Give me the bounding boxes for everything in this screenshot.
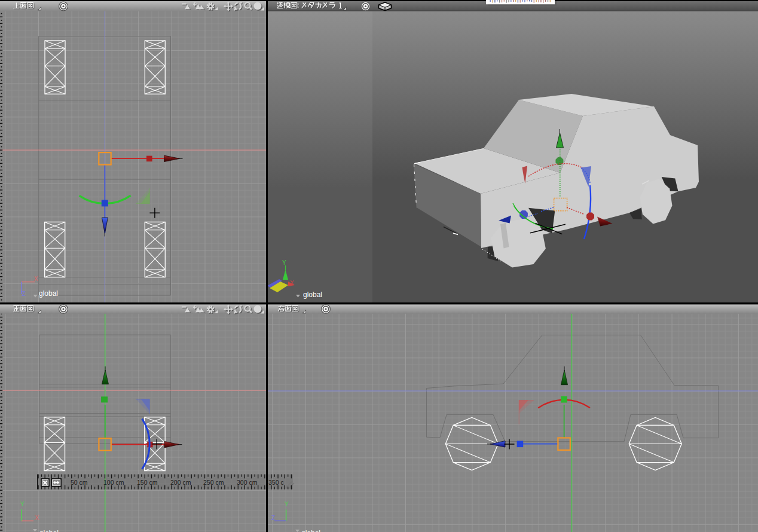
- svg-text:50 cm: 50 cm: [71, 479, 88, 486]
- svg-text:Y: Y: [20, 501, 25, 507]
- svg-text:100 cm: 100 cm: [103, 479, 124, 486]
- svg-text:X: X: [290, 280, 294, 286]
- svg-text:150 cm: 150 cm: [137, 479, 158, 486]
- svg-text:X: X: [34, 276, 38, 282]
- svg-text:X: X: [35, 515, 39, 521]
- svg-text:global: global: [39, 289, 58, 298]
- svg-text:Y: Y: [282, 259, 286, 266]
- svg-text:Z: Z: [22, 291, 26, 297]
- svg-text:200 cm: 200 cm: [170, 479, 191, 486]
- svg-text:Z: Z: [271, 515, 275, 521]
- svg-text:global: global: [39, 529, 59, 532]
- svg-text:250 cm: 250 cm: [203, 479, 224, 486]
- svg-text:300 cm: 300 cm: [237, 479, 258, 486]
- svg-text:Y: Y: [285, 501, 289, 507]
- svg-text:350 c: 350 c: [268, 479, 284, 486]
- svg-text:global: global: [303, 291, 322, 299]
- svg-text:global: global: [301, 529, 320, 532]
